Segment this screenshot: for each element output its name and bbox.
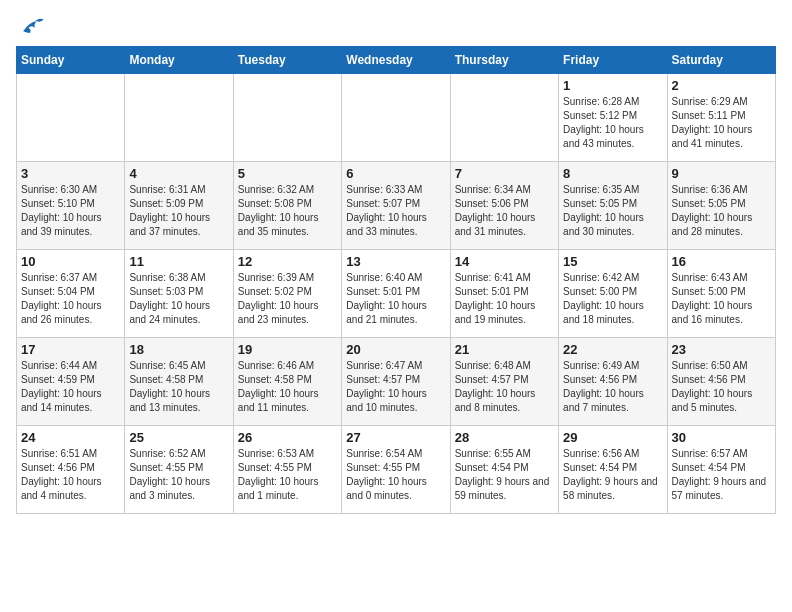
day-number: 20 xyxy=(346,342,445,357)
day-number: 10 xyxy=(21,254,120,269)
day-number: 21 xyxy=(455,342,554,357)
day-info: Sunrise: 6:34 AM Sunset: 5:06 PM Dayligh… xyxy=(455,183,554,239)
day-number: 7 xyxy=(455,166,554,181)
calendar-cell: 30Sunrise: 6:57 AM Sunset: 4:54 PM Dayli… xyxy=(667,426,775,514)
day-number: 23 xyxy=(672,342,771,357)
day-number: 8 xyxy=(563,166,662,181)
calendar-cell: 4Sunrise: 6:31 AM Sunset: 5:09 PM Daylig… xyxy=(125,162,233,250)
calendar-cell: 16Sunrise: 6:43 AM Sunset: 5:00 PM Dayli… xyxy=(667,250,775,338)
day-number: 6 xyxy=(346,166,445,181)
day-header-saturday: Saturday xyxy=(667,47,775,74)
calendar-cell: 22Sunrise: 6:49 AM Sunset: 4:56 PM Dayli… xyxy=(559,338,667,426)
day-info: Sunrise: 6:32 AM Sunset: 5:08 PM Dayligh… xyxy=(238,183,337,239)
logo-bird-icon xyxy=(16,16,44,38)
page-header xyxy=(16,16,776,38)
calendar-cell: 18Sunrise: 6:45 AM Sunset: 4:58 PM Dayli… xyxy=(125,338,233,426)
week-row-5: 24Sunrise: 6:51 AM Sunset: 4:56 PM Dayli… xyxy=(17,426,776,514)
day-number: 16 xyxy=(672,254,771,269)
calendar-cell: 6Sunrise: 6:33 AM Sunset: 5:07 PM Daylig… xyxy=(342,162,450,250)
week-row-1: 1Sunrise: 6:28 AM Sunset: 5:12 PM Daylig… xyxy=(17,74,776,162)
day-number: 25 xyxy=(129,430,228,445)
day-info: Sunrise: 6:44 AM Sunset: 4:59 PM Dayligh… xyxy=(21,359,120,415)
day-info: Sunrise: 6:39 AM Sunset: 5:02 PM Dayligh… xyxy=(238,271,337,327)
day-number: 18 xyxy=(129,342,228,357)
calendar-cell xyxy=(233,74,341,162)
day-info: Sunrise: 6:30 AM Sunset: 5:10 PM Dayligh… xyxy=(21,183,120,239)
day-number: 4 xyxy=(129,166,228,181)
day-info: Sunrise: 6:37 AM Sunset: 5:04 PM Dayligh… xyxy=(21,271,120,327)
day-number: 13 xyxy=(346,254,445,269)
day-number: 15 xyxy=(563,254,662,269)
day-info: Sunrise: 6:52 AM Sunset: 4:55 PM Dayligh… xyxy=(129,447,228,503)
calendar-cell: 28Sunrise: 6:55 AM Sunset: 4:54 PM Dayli… xyxy=(450,426,558,514)
day-header-thursday: Thursday xyxy=(450,47,558,74)
day-number: 9 xyxy=(672,166,771,181)
logo xyxy=(16,16,48,38)
day-info: Sunrise: 6:56 AM Sunset: 4:54 PM Dayligh… xyxy=(563,447,662,503)
calendar-header-row: SundayMondayTuesdayWednesdayThursdayFrid… xyxy=(17,47,776,74)
day-number: 26 xyxy=(238,430,337,445)
day-info: Sunrise: 6:57 AM Sunset: 4:54 PM Dayligh… xyxy=(672,447,771,503)
calendar-cell xyxy=(17,74,125,162)
day-header-sunday: Sunday xyxy=(17,47,125,74)
day-number: 22 xyxy=(563,342,662,357)
day-info: Sunrise: 6:41 AM Sunset: 5:01 PM Dayligh… xyxy=(455,271,554,327)
calendar-cell: 12Sunrise: 6:39 AM Sunset: 5:02 PM Dayli… xyxy=(233,250,341,338)
day-info: Sunrise: 6:28 AM Sunset: 5:12 PM Dayligh… xyxy=(563,95,662,151)
calendar-cell: 14Sunrise: 6:41 AM Sunset: 5:01 PM Dayli… xyxy=(450,250,558,338)
day-info: Sunrise: 6:53 AM Sunset: 4:55 PM Dayligh… xyxy=(238,447,337,503)
calendar-cell: 20Sunrise: 6:47 AM Sunset: 4:57 PM Dayli… xyxy=(342,338,450,426)
calendar-cell: 13Sunrise: 6:40 AM Sunset: 5:01 PM Dayli… xyxy=(342,250,450,338)
day-number: 12 xyxy=(238,254,337,269)
calendar-cell: 25Sunrise: 6:52 AM Sunset: 4:55 PM Dayli… xyxy=(125,426,233,514)
week-row-3: 10Sunrise: 6:37 AM Sunset: 5:04 PM Dayli… xyxy=(17,250,776,338)
day-number: 1 xyxy=(563,78,662,93)
calendar-cell: 10Sunrise: 6:37 AM Sunset: 5:04 PM Dayli… xyxy=(17,250,125,338)
day-number: 30 xyxy=(672,430,771,445)
calendar-cell: 2Sunrise: 6:29 AM Sunset: 5:11 PM Daylig… xyxy=(667,74,775,162)
calendar-cell: 19Sunrise: 6:46 AM Sunset: 4:58 PM Dayli… xyxy=(233,338,341,426)
day-number: 11 xyxy=(129,254,228,269)
day-info: Sunrise: 6:38 AM Sunset: 5:03 PM Dayligh… xyxy=(129,271,228,327)
day-info: Sunrise: 6:31 AM Sunset: 5:09 PM Dayligh… xyxy=(129,183,228,239)
calendar-body: 1Sunrise: 6:28 AM Sunset: 5:12 PM Daylig… xyxy=(17,74,776,514)
calendar-cell: 23Sunrise: 6:50 AM Sunset: 4:56 PM Dayli… xyxy=(667,338,775,426)
calendar-cell: 21Sunrise: 6:48 AM Sunset: 4:57 PM Dayli… xyxy=(450,338,558,426)
day-info: Sunrise: 6:45 AM Sunset: 4:58 PM Dayligh… xyxy=(129,359,228,415)
calendar-cell: 3Sunrise: 6:30 AM Sunset: 5:10 PM Daylig… xyxy=(17,162,125,250)
day-info: Sunrise: 6:33 AM Sunset: 5:07 PM Dayligh… xyxy=(346,183,445,239)
day-number: 2 xyxy=(672,78,771,93)
calendar-cell: 29Sunrise: 6:56 AM Sunset: 4:54 PM Dayli… xyxy=(559,426,667,514)
day-info: Sunrise: 6:48 AM Sunset: 4:57 PM Dayligh… xyxy=(455,359,554,415)
day-number: 29 xyxy=(563,430,662,445)
calendar-cell: 5Sunrise: 6:32 AM Sunset: 5:08 PM Daylig… xyxy=(233,162,341,250)
day-header-friday: Friday xyxy=(559,47,667,74)
day-header-monday: Monday xyxy=(125,47,233,74)
week-row-2: 3Sunrise: 6:30 AM Sunset: 5:10 PM Daylig… xyxy=(17,162,776,250)
calendar-cell: 26Sunrise: 6:53 AM Sunset: 4:55 PM Dayli… xyxy=(233,426,341,514)
day-info: Sunrise: 6:46 AM Sunset: 4:58 PM Dayligh… xyxy=(238,359,337,415)
calendar-cell xyxy=(342,74,450,162)
day-header-tuesday: Tuesday xyxy=(233,47,341,74)
week-row-4: 17Sunrise: 6:44 AM Sunset: 4:59 PM Dayli… xyxy=(17,338,776,426)
day-info: Sunrise: 6:51 AM Sunset: 4:56 PM Dayligh… xyxy=(21,447,120,503)
day-info: Sunrise: 6:29 AM Sunset: 5:11 PM Dayligh… xyxy=(672,95,771,151)
day-info: Sunrise: 6:47 AM Sunset: 4:57 PM Dayligh… xyxy=(346,359,445,415)
day-number: 19 xyxy=(238,342,337,357)
calendar-cell: 9Sunrise: 6:36 AM Sunset: 5:05 PM Daylig… xyxy=(667,162,775,250)
calendar-cell: 11Sunrise: 6:38 AM Sunset: 5:03 PM Dayli… xyxy=(125,250,233,338)
calendar-cell: 17Sunrise: 6:44 AM Sunset: 4:59 PM Dayli… xyxy=(17,338,125,426)
day-info: Sunrise: 6:42 AM Sunset: 5:00 PM Dayligh… xyxy=(563,271,662,327)
day-header-wednesday: Wednesday xyxy=(342,47,450,74)
day-number: 14 xyxy=(455,254,554,269)
day-number: 24 xyxy=(21,430,120,445)
day-info: Sunrise: 6:55 AM Sunset: 4:54 PM Dayligh… xyxy=(455,447,554,503)
day-number: 27 xyxy=(346,430,445,445)
day-info: Sunrise: 6:36 AM Sunset: 5:05 PM Dayligh… xyxy=(672,183,771,239)
day-info: Sunrise: 6:49 AM Sunset: 4:56 PM Dayligh… xyxy=(563,359,662,415)
calendar-table: SundayMondayTuesdayWednesdayThursdayFrid… xyxy=(16,46,776,514)
calendar-cell: 24Sunrise: 6:51 AM Sunset: 4:56 PM Dayli… xyxy=(17,426,125,514)
calendar-cell xyxy=(450,74,558,162)
calendar-cell: 27Sunrise: 6:54 AM Sunset: 4:55 PM Dayli… xyxy=(342,426,450,514)
day-info: Sunrise: 6:50 AM Sunset: 4:56 PM Dayligh… xyxy=(672,359,771,415)
